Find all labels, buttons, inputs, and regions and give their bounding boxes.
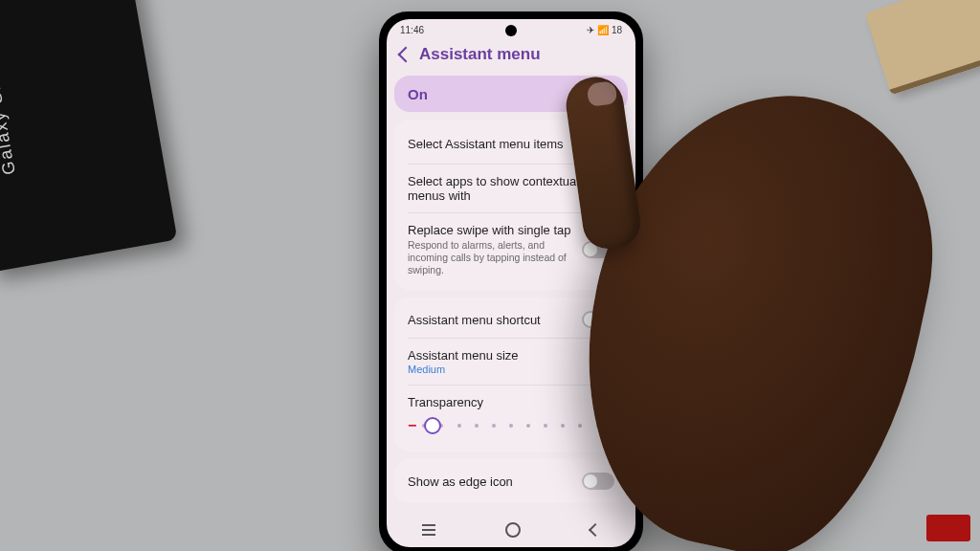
back-icon[interactable] [398, 47, 414, 63]
status-right: ✈ 📶 18 [587, 25, 622, 35]
slider-decrease-button[interactable]: − [408, 417, 416, 434]
page-header: Assistant menu [387, 35, 635, 76]
transparency-slider[interactable] [422, 424, 599, 428]
settings-group-3: Show as edge icon [394, 459, 628, 503]
nav-back-button[interactable] [589, 523, 602, 537]
wooden-block [865, 0, 980, 95]
master-toggle-label: On [408, 86, 428, 102]
navigation-bar [387, 513, 635, 547]
replace-swipe-desc: Respond to alarms, alerts, and incoming … [408, 239, 572, 276]
punch-hole-camera [505, 25, 517, 36]
menu-size-value: Medium [408, 364, 614, 375]
transparency-label: Transparency [408, 395, 614, 409]
watermark-logo [926, 515, 970, 541]
edge-icon-label: Show as edge icon [408, 474, 582, 489]
page-title: Assistant menu [419, 45, 541, 64]
slider-knob[interactable] [424, 417, 441, 434]
replace-swipe-label: Replace swipe with single tap [408, 223, 572, 237]
status-time: 11:46 [400, 25, 424, 35]
edge-icon-row[interactable]: Show as edge icon [394, 463, 628, 499]
shortcut-label: Assistant menu shortcut [408, 313, 582, 327]
home-button[interactable] [505, 522, 521, 538]
menu-size-label: Assistant menu size [408, 348, 614, 363]
status-battery: 18 [612, 25, 622, 35]
transparency-slider-row: − + [394, 411, 628, 448]
edge-icon-toggle[interactable] [582, 473, 614, 490]
select-menu-items-label: Select Assistant menu items [408, 137, 593, 151]
recents-button[interactable] [422, 529, 435, 531]
